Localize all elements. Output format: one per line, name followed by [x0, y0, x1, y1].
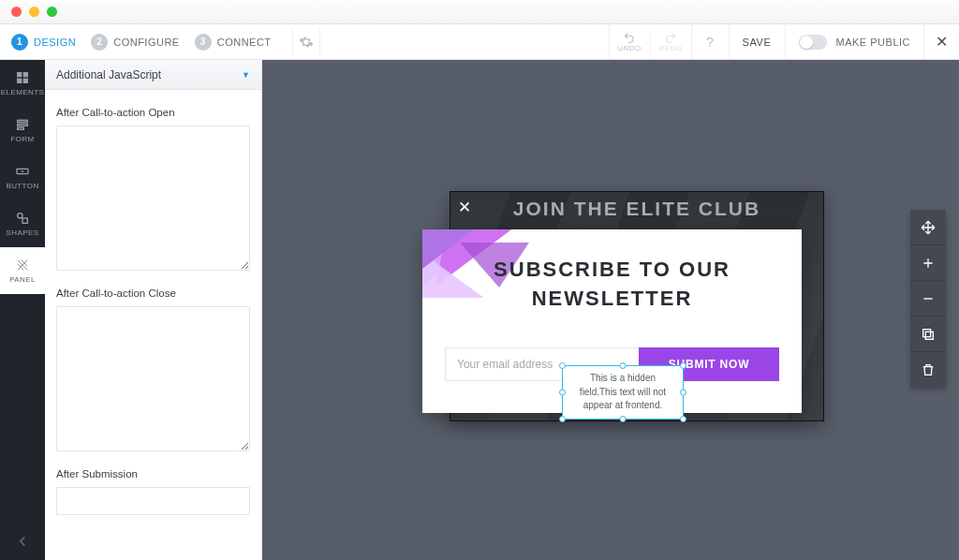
- svg-rect-1: [23, 72, 28, 77]
- save-button[interactable]: SAVE: [729, 24, 785, 60]
- resize-handle-ne[interactable]: [680, 362, 686, 369]
- move-icon: [921, 220, 936, 235]
- svg-rect-11: [923, 329, 931, 336]
- tool-zoom-in[interactable]: [910, 245, 946, 281]
- band-title: JOIN THE ELITE CLUB: [450, 198, 823, 220]
- design-canvas[interactable]: ✕ JOIN THE ELITE CLUB ⚙ SUBSCRIBE TO OUR…: [262, 60, 959, 560]
- window-max-dot[interactable]: [47, 7, 57, 17]
- app-topbar: 1 DESIGN 2 CONFIGURE 3 CONNECT UNDO REDO…: [0, 24, 959, 60]
- step-configure[interactable]: 2 CONFIGURE: [91, 34, 180, 51]
- rail-back[interactable]: [0, 523, 45, 560]
- arrow-left-icon: [14, 533, 31, 550]
- svg-rect-3: [23, 79, 28, 83]
- undo-button[interactable]: UNDO: [609, 24, 650, 60]
- svg-rect-5: [18, 124, 28, 125]
- rail-elements[interactable]: ELEMENTS: [0, 60, 45, 107]
- resize-handle-w[interactable]: [559, 389, 566, 395]
- resize-handle-nw[interactable]: [559, 362, 566, 369]
- rail-button[interactable]: BUTTON: [0, 154, 45, 200]
- resize-handle-n[interactable]: [620, 362, 627, 369]
- rail-shapes[interactable]: SHAPES: [0, 200, 45, 247]
- toggle-switch[interactable]: [799, 35, 827, 50]
- label-after-submit: After Submission: [56, 468, 250, 479]
- undo-icon: [623, 31, 636, 44]
- shapes-icon: [15, 211, 30, 226]
- gear-icon: [299, 35, 314, 50]
- rail-panel[interactable]: PANEL: [0, 247, 45, 294]
- tool-zoom-out[interactable]: [910, 281, 946, 317]
- redo-button[interactable]: REDO: [650, 24, 691, 60]
- svg-rect-6: [18, 127, 24, 129]
- chevron-down-icon: ▼: [242, 70, 250, 80]
- plus-icon: [921, 256, 936, 271]
- properties-panel: Additional JavaScript ▼ After Call-to-ac…: [45, 60, 262, 560]
- tool-duplicate[interactable]: [910, 317, 946, 352]
- grid-icon: [15, 70, 30, 85]
- wizard-steps: 1 DESIGN 2 CONFIGURE 3 CONNECT: [0, 28, 320, 56]
- copy-icon: [921, 327, 936, 342]
- svg-rect-10: [925, 332, 933, 339]
- canvas-toolbar: [910, 210, 946, 388]
- resize-handle-e[interactable]: [680, 389, 686, 395]
- svg-rect-0: [17, 72, 22, 77]
- side-rail: ELEMENTS FORM BUTTON SHAPES PANEL: [0, 60, 45, 560]
- textarea-after-open[interactable]: [56, 125, 250, 271]
- resize-handle-s[interactable]: [620, 416, 627, 422]
- step-design[interactable]: 1 DESIGN: [11, 34, 76, 51]
- svg-rect-9: [22, 218, 27, 223]
- window-close-dot[interactable]: [11, 7, 22, 17]
- resize-handle-sw[interactable]: [559, 416, 566, 422]
- svg-rect-4: [18, 120, 28, 122]
- redo-icon: [664, 31, 677, 44]
- label-after-open: After Call-to-action Open: [56, 107, 250, 118]
- textarea-after-submit[interactable]: [56, 487, 250, 515]
- selected-hidden-field[interactable]: This is a hidden field.This text will no…: [562, 365, 684, 420]
- form-icon: [15, 117, 30, 132]
- svg-rect-2: [17, 79, 22, 83]
- tool-move[interactable]: [910, 210, 946, 245]
- resize-handle-se[interactable]: [680, 416, 686, 422]
- trash-icon: [921, 362, 936, 377]
- window-min-dot[interactable]: [29, 7, 39, 17]
- card-heading: SUBSCRIBE TO OUR NEWSLETTER: [422, 256, 802, 314]
- textarea-after-close[interactable]: [56, 306, 250, 451]
- tool-delete[interactable]: [910, 352, 946, 388]
- make-public-toggle[interactable]: MAKE PUBLIC: [785, 24, 923, 60]
- close-button[interactable]: ✕: [923, 24, 959, 60]
- panel-section-header[interactable]: Additional JavaScript ▼: [45, 60, 261, 90]
- panel-icon: [15, 258, 30, 273]
- window-titlebar: [0, 0, 959, 24]
- step-connect[interactable]: 3 CONNECT: [195, 34, 272, 51]
- rail-form[interactable]: FORM: [0, 107, 45, 154]
- minus-icon: [921, 291, 936, 306]
- svg-point-8: [18, 214, 22, 218]
- label-after-close: After Call-to-action Close: [56, 287, 250, 299]
- settings-button[interactable]: [292, 28, 320, 56]
- close-icon: ✕: [936, 33, 948, 51]
- button-icon: [15, 164, 30, 179]
- help-button[interactable]: ?: [691, 24, 729, 60]
- help-icon: ?: [706, 34, 714, 50]
